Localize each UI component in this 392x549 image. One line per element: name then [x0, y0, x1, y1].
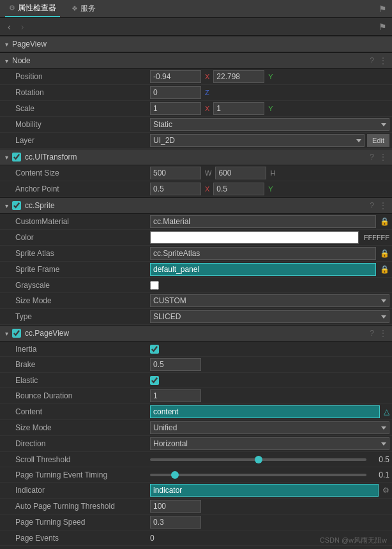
page-turning-speed-input[interactable]: [150, 516, 201, 529]
content-input[interactable]: [150, 405, 380, 418]
elastic-value: [150, 376, 392, 385]
uitransform-help-icon[interactable]: ?: [370, 153, 374, 162]
color-swatch[interactable]: [150, 231, 359, 244]
uitransform-menu-icon[interactable]: ⋮: [379, 153, 387, 162]
position-row: Position X Y: [0, 69, 392, 85]
content-value: △: [150, 405, 392, 418]
sprite-size-mode-value: CUSTOM: [150, 294, 392, 307]
position-y-input[interactable]: [213, 70, 264, 83]
pageview-size-mode-value: Unified: [150, 421, 392, 434]
scale-x-input[interactable]: [150, 102, 201, 115]
sprite-title: cc.Sprite: [25, 201, 55, 210]
sprite-menu-icon[interactable]: ⋮: [379, 201, 387, 210]
sprite-type-dropdown[interactable]: SLICED: [150, 310, 389, 323]
inspector-tab-label: 属性检查器: [18, 3, 56, 13]
y-axis-label: Y: [268, 73, 273, 80]
watermark: CSDN @w风雨无阻w: [320, 536, 387, 545]
grayscale-label: Grayscale: [0, 281, 150, 290]
component-name-header[interactable]: ▾ PageView: [0, 36, 392, 52]
direction-label: Direction: [0, 439, 150, 448]
sprite-section-header[interactable]: ▾ cc.Sprite ? ⋮: [0, 197, 392, 214]
inertia-checkbox[interactable]: [150, 345, 159, 354]
anchor-x-input[interactable]: [150, 183, 201, 195]
elastic-checkbox[interactable]: [150, 376, 159, 385]
pageview-section-header[interactable]: ▾ cc.PageView ? ⋮: [0, 325, 392, 342]
bounce-duration-input[interactable]: [150, 389, 201, 402]
uitransform-section-header[interactable]: ▾ cc.UITransform ? ⋮: [0, 149, 392, 165]
back-button[interactable]: ‹: [5, 20, 13, 33]
indicator-input[interactable]: [150, 484, 379, 497]
page-events-count: 0: [150, 534, 155, 543]
custom-material-lock-icon: 🔒: [380, 217, 389, 226]
forward-button[interactable]: ›: [19, 20, 27, 33]
sprite-size-mode-dropdown[interactable]: CUSTOM: [150, 294, 389, 307]
h-label: H: [270, 169, 275, 177]
node-properties: Position X Y Rotation Z Scale X Y Mobili…: [0, 69, 392, 149]
pageview-help-icon[interactable]: ?: [370, 329, 374, 338]
auto-page-turning-threshold-input[interactable]: [150, 500, 201, 513]
uitransform-checkbox[interactable]: [12, 153, 21, 162]
brake-label: Brake: [0, 360, 150, 369]
tab-service[interactable]: ❖ 服务: [68, 0, 100, 17]
rotation-value: Z: [150, 86, 392, 99]
sprite-help-icon[interactable]: ?: [370, 201, 374, 210]
scale-y-input[interactable]: [213, 102, 264, 115]
inertia-row: Inertia: [0, 342, 392, 357]
scale-value: X Y: [150, 102, 392, 115]
direction-row: Direction Horizontal: [0, 436, 392, 452]
direction-dropdown[interactable]: Horizontal: [150, 437, 389, 450]
collapse-arrow: ▾: [5, 41, 8, 48]
pageview-header-actions: ? ⋮: [370, 329, 387, 338]
node-help-icon[interactable]: ?: [370, 56, 374, 65]
node-section-header[interactable]: ▾ Node ? ⋮: [0, 52, 392, 69]
content-size-label: Content Size: [0, 169, 150, 177]
position-x-input[interactable]: [150, 70, 201, 83]
node-section-title: Node: [12, 56, 31, 65]
auto-page-turning-threshold-value: [150, 500, 392, 513]
content-size-w-input[interactable]: [150, 167, 201, 179]
layer-value: UI_2D Edit: [150, 134, 392, 147]
page-turning-event-timing-slider[interactable]: [150, 474, 366, 476]
mobility-dropdown[interactable]: Static: [150, 118, 389, 131]
sprite-atlas-value: 🔒: [150, 247, 392, 260]
position-label: Position: [0, 72, 150, 81]
pageview-checkbox[interactable]: [12, 329, 21, 338]
indicator-label: Indicator: [0, 486, 150, 495]
pageview-size-mode-dropdown[interactable]: Unified: [150, 421, 389, 434]
content-size-h-input[interactable]: [215, 167, 266, 179]
content-size-row: Content Size W H: [0, 165, 392, 181]
page-events-label: Page Events: [0, 534, 150, 543]
layer-dropdown[interactable]: UI_2D: [150, 134, 365, 147]
custom-material-label: CustomMaterial: [0, 217, 150, 226]
brake-input[interactable]: [150, 358, 201, 371]
rotation-input[interactable]: [150, 86, 201, 99]
anchor-point-value: X Y: [150, 183, 392, 195]
sprite-checkbox[interactable]: [12, 201, 21, 210]
anchor-point-label: Anchor Point: [0, 184, 150, 193]
node-menu-icon[interactable]: ⋮: [379, 56, 387, 65]
scroll-threshold-row: Scroll Threshold 0.5: [0, 452, 392, 467]
sprite-frame-value: 🔒: [150, 263, 392, 276]
sprite-properties: CustomMaterial 🔒 Color FFFFFF Sprite Atl…: [0, 214, 392, 325]
tab-inspector[interactable]: ⚙ 属性检查器: [5, 0, 60, 17]
layer-edit-button[interactable]: Edit: [367, 134, 389, 147]
pageview-collapse-arrow: ▾: [5, 330, 8, 337]
scroll-threshold-slider[interactable]: [150, 458, 366, 461]
pageview-menu-icon[interactable]: ⋮: [379, 329, 387, 338]
color-value: FFFFFF: [150, 231, 392, 244]
sprite-frame-label: Sprite Frame: [0, 265, 150, 274]
anchor-y-input[interactable]: [213, 183, 264, 195]
lock-icon[interactable]: ⚑: [379, 4, 387, 14]
scroll-threshold-display: 0.5: [370, 455, 389, 464]
sprite-frame-input[interactable]: [150, 263, 376, 276]
sprite-atlas-label: Sprite Atlas: [0, 249, 150, 258]
pageview-size-mode-row: Size Mode Unified: [0, 420, 392, 436]
uitransform-properties: Content Size W H Anchor Point X Y: [0, 165, 392, 197]
uitransform-title: cc.UITransform: [25, 153, 77, 162]
custom-material-input[interactable]: [150, 215, 376, 228]
sprite-atlas-input[interactable]: [150, 247, 376, 260]
indicator-gear-icon: ⚙: [382, 486, 389, 495]
sprite-collapse-arrow: ▾: [5, 202, 8, 209]
top-toolbar: ⚙ 属性检查器 ❖ 服务 ⚑: [0, 0, 392, 18]
grayscale-checkbox[interactable]: [150, 281, 159, 290]
